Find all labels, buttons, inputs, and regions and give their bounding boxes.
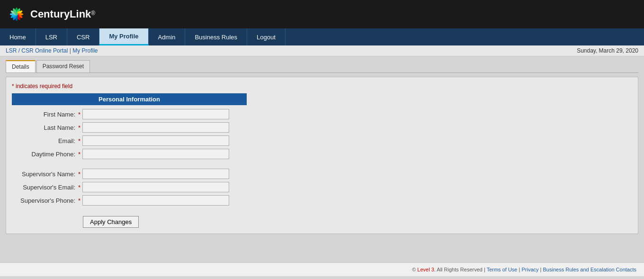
last-name-label: Last Name:: [12, 124, 78, 131]
centurylink-logo-icon: [8, 5, 26, 23]
date-display: Sunday, March 29, 2020: [577, 47, 638, 54]
logo-reg: ®: [91, 10, 95, 17]
tab-password-reset[interactable]: Password Reset: [36, 60, 90, 72]
first-name-required-star: *: [78, 111, 80, 118]
supervisor-name-label: Supervisor's Name:: [12, 171, 78, 178]
breadcrumb-bar: LSR / CSR Online Portal | My Profile Sun…: [0, 45, 644, 56]
tabs: Details Password Reset: [6, 60, 638, 73]
footer-privacy-link[interactable]: Privacy: [521, 267, 538, 272]
nav-lsr[interactable]: LSR: [36, 28, 67, 45]
email-required-star: *: [78, 137, 80, 144]
daytime-phone-input[interactable]: [82, 149, 229, 159]
nav-csr[interactable]: CSR: [67, 28, 99, 45]
supervisor-email-row: Supervisor's Email: *: [12, 182, 632, 192]
first-name-label: First Name:: [12, 111, 78, 118]
logo-area: CenturyLink®: [8, 5, 95, 23]
nav-home[interactable]: Home: [0, 28, 36, 45]
email-label: Email:: [12, 137, 78, 144]
breadcrumb-link-portal[interactable]: LSR / CSR Online Portal: [6, 47, 68, 54]
last-name-row: Last Name: *: [12, 122, 632, 133]
first-name-row: First Name: *: [12, 109, 632, 119]
daytime-phone-required-star: *: [78, 151, 80, 158]
nav-my-profile[interactable]: My Profile: [99, 28, 148, 45]
supervisor-phone-input[interactable]: [82, 195, 229, 206]
apply-changes-button[interactable]: Apply Changes: [83, 216, 139, 228]
footer-brand: Level 3: [417, 267, 434, 272]
nav-logout[interactable]: Logout: [247, 28, 286, 45]
header: CenturyLink®: [0, 0, 644, 28]
main-content: Details Password Reset * indicates requi…: [0, 56, 644, 262]
footer-business-rules-link[interactable]: Business Rules and Escalation Contacts: [543, 267, 637, 272]
daytime-phone-label: Daytime Phone:: [12, 151, 78, 158]
last-name-required-star: *: [78, 124, 80, 131]
logo-name: CenturyLink: [30, 8, 91, 20]
form-spacer-1: [12, 162, 632, 169]
personal-information-header: Personal Information: [12, 93, 247, 105]
supervisor-phone-label: Supervisor's Phone:: [12, 197, 78, 204]
logo-text: CenturyLink®: [30, 8, 95, 20]
required-note: * indicates required field: [12, 83, 632, 90]
nav-admin[interactable]: Admin: [149, 28, 186, 45]
tab-details[interactable]: Details: [6, 60, 36, 72]
supervisor-name-input[interactable]: [82, 169, 229, 179]
form-panel: * indicates required field Personal Info…: [6, 77, 638, 234]
supervisor-email-required-star: *: [78, 184, 80, 191]
supervisor-email-input[interactable]: [82, 182, 229, 192]
email-row: Email: *: [12, 135, 632, 146]
email-input[interactable]: [82, 135, 229, 146]
breadcrumb: LSR / CSR Online Portal | My Profile: [6, 47, 98, 54]
supervisor-name-required-star: *: [78, 171, 80, 178]
supervisor-phone-required-star: *: [78, 197, 80, 204]
supervisor-phone-row: Supervisor's Phone: *: [12, 195, 632, 206]
apply-button-container: Apply Changes: [12, 208, 632, 228]
supervisor-email-label: Supervisor's Email:: [12, 184, 78, 191]
navbar: Home LSR CSR My Profile Admin Business R…: [0, 28, 644, 45]
first-name-input[interactable]: [82, 109, 229, 119]
footer-copyright: © Level 3. All Rights Reserved |: [412, 267, 487, 272]
daytime-phone-row: Daytime Phone: *: [12, 149, 632, 159]
last-name-input[interactable]: [82, 122, 229, 133]
supervisor-name-row: Supervisor's Name: *: [12, 169, 632, 179]
footer: © Level 3. All Rights Reserved | Terms o…: [0, 262, 644, 276]
breadcrumb-link-profile[interactable]: My Profile: [72, 47, 98, 54]
nav-business-rules[interactable]: Business Rules: [185, 28, 247, 45]
footer-terms-link[interactable]: Terms of Use: [487, 267, 518, 272]
